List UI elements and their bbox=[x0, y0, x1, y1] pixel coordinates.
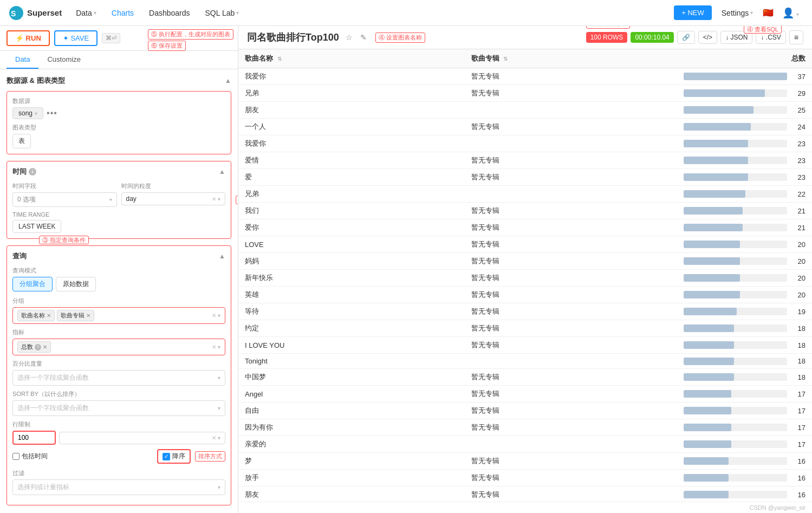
cell-song: 约定 bbox=[238, 320, 465, 337]
cell-song: 一个人 bbox=[238, 119, 465, 135]
datasource-row: song ▾ ••• bbox=[12, 107, 225, 119]
nav-dashboards[interactable]: Dashboards bbox=[144, 7, 196, 20]
table-row: 兄弟 暂无专辑 29 bbox=[238, 85, 812, 102]
percent-select[interactable]: 选择一个字段或聚合函数 ▾ bbox=[12, 370, 225, 386]
col-total-header[interactable]: 总数 bbox=[677, 49, 812, 68]
percent-field: 百分比度量 选择一个字段或聚合函数 ▾ bbox=[12, 360, 225, 386]
sortby-field: SORT BY（以什么排序） 选择一个字段或聚合函数 ▾ bbox=[12, 390, 225, 416]
cell-album: 暂无专辑 bbox=[465, 402, 678, 419]
cell-song: 我爱你 bbox=[238, 68, 465, 85]
run-button[interactable]: ⚡ RUN bbox=[7, 30, 50, 46]
nav-data[interactable]: Data ▾ bbox=[70, 7, 102, 20]
metric-close[interactable]: ✕ bbox=[43, 344, 47, 350]
logo[interactable]: S Superset bbox=[9, 5, 62, 21]
metrics-arrow[interactable]: ▾ bbox=[218, 344, 220, 350]
sortby-select[interactable]: 选择一个字段或聚合函数 ▾ bbox=[12, 400, 225, 416]
rowlimit-input[interactable] bbox=[12, 431, 56, 445]
cell-album: 暂无专辑 bbox=[465, 470, 678, 486]
rowlimit-select[interactable]: ✕ ▾ bbox=[59, 432, 225, 444]
cell-album: 暂无专辑 bbox=[465, 203, 678, 219]
language-flag[interactable]: 🇨🇳 bbox=[763, 8, 774, 18]
main-layout: ⚡ RUN ✦ SAVE ⌘⏎ ⑤ 执行配置，生成对应的图表 ⑥ 保存设置 Da… bbox=[0, 26, 812, 513]
table-row: Angel 暂无专辑 17 bbox=[238, 386, 812, 402]
time-granularity-col: 时间的粒度 day ✕ ▾ bbox=[121, 182, 226, 207]
groupby-input[interactable]: 歌曲名称 ✕ 歌曲专辑 ✕ ✕ ▾ bbox=[12, 307, 225, 324]
cell-album: 暂无专辑 bbox=[465, 270, 678, 287]
top-nav: S Superset Data ▾ Charts Dashboards SQL … bbox=[0, 0, 812, 26]
cell-total: 16 bbox=[677, 470, 812, 486]
favorite-button[interactable]: ☆ bbox=[343, 32, 355, 43]
table-row: 兄弟 22 bbox=[238, 186, 812, 203]
mode-raw-button[interactable]: 原始数据 bbox=[56, 277, 96, 291]
cell-total: 17 bbox=[677, 386, 812, 402]
col-song-header[interactable]: 歌曲名称 ⇅ bbox=[238, 49, 465, 68]
cell-song: 朋友 bbox=[238, 102, 465, 119]
desc-checkbox-container[interactable]: ✓ 降序 bbox=[157, 449, 191, 464]
table-row: 亲爱的 17 bbox=[238, 436, 812, 453]
datasource-arrow: ▾ bbox=[35, 111, 37, 116]
left-panel: ⚡ RUN ✦ SAVE ⌘⏎ ⑤ 执行配置，生成对应的图表 ⑥ 保存设置 Da… bbox=[0, 26, 238, 513]
table-row: I LOVE YOU 暂无专辑 18 bbox=[238, 337, 812, 354]
tab-data[interactable]: Data bbox=[7, 51, 38, 69]
nav-charts[interactable]: Charts bbox=[106, 7, 139, 20]
groupby-field: 分组 歌曲名称 ✕ 歌曲专辑 ✕ ✕ bbox=[12, 297, 225, 324]
mode-grouped-button[interactable]: 分组聚合 bbox=[12, 277, 53, 291]
granularity-clear[interactable]: ✕ bbox=[212, 196, 216, 202]
cell-album: 暂无专辑 bbox=[465, 119, 678, 135]
edit-title-button[interactable]: ✎ bbox=[358, 32, 369, 43]
tag-song-close[interactable]: ✕ bbox=[47, 313, 51, 319]
cell-album: 暂无专辑 bbox=[465, 369, 678, 386]
groupby-clear[interactable]: ✕ bbox=[212, 313, 216, 319]
chart-type-button[interactable]: 表 bbox=[12, 134, 31, 148]
cell-total: 16 bbox=[677, 453, 812, 470]
cell-song: LOVE bbox=[238, 236, 465, 253]
annotation-3-container: ③ 指定查询条件 bbox=[39, 236, 89, 244]
metrics-field: 指标 总数 ? ✕ ✕ ▾ bbox=[12, 328, 225, 355]
rowlimit-arrow[interactable]: ▾ bbox=[218, 435, 220, 441]
cell-album bbox=[465, 354, 678, 369]
tag-song-name: 歌曲名称 ✕ bbox=[17, 310, 55, 321]
col-album-sort[interactable]: ⇅ bbox=[503, 56, 508, 62]
cell-album: 暂无专辑 bbox=[465, 152, 678, 169]
cell-song: 新年快乐 bbox=[238, 270, 465, 287]
cell-total: 37 bbox=[677, 68, 812, 85]
code-button[interactable]: </> bbox=[698, 31, 717, 44]
cell-album: 暂无专辑 bbox=[465, 287, 678, 303]
col-album-header[interactable]: 歌曲专辑 ⇅ bbox=[465, 49, 678, 68]
metric-info[interactable]: ? bbox=[35, 344, 41, 350]
annotation-sql: ④ 查看SQL bbox=[744, 26, 782, 34]
collapse-query[interactable]: ▲ bbox=[219, 252, 225, 260]
rowlimit-clear[interactable]: ✕ bbox=[212, 435, 216, 441]
cell-album: 暂无专辑 bbox=[465, 337, 678, 354]
filter-select[interactable]: 选择列或计量指标 ▾ bbox=[12, 479, 225, 495]
settings-menu[interactable]: Settings ▾ bbox=[716, 7, 759, 20]
menu-button[interactable]: ≡ bbox=[789, 30, 803, 44]
collapse-datasource[interactable]: ▲ bbox=[225, 77, 231, 85]
col-song-sort[interactable]: ⇅ bbox=[277, 56, 282, 62]
link-button[interactable]: 🔗 bbox=[677, 31, 695, 44]
cell-total: 19 bbox=[677, 303, 812, 320]
time-field-select[interactable]: 0 选项 ▾ bbox=[12, 192, 117, 207]
cell-album: 暂无专辑 bbox=[465, 253, 678, 270]
save-button[interactable]: ✦ SAVE bbox=[54, 30, 98, 46]
cell-song: 兄弟 bbox=[238, 85, 465, 102]
time-granularity-select[interactable]: day ✕ ▾ bbox=[121, 192, 226, 205]
tag-album-close[interactable]: ✕ bbox=[86, 313, 90, 319]
time-range-button[interactable]: LAST WEEK bbox=[12, 220, 61, 233]
annotation-sql-container: ④ 查看SQL bbox=[744, 26, 782, 34]
nav-sqllab[interactable]: SQL Lab ▾ bbox=[200, 7, 245, 20]
user-menu[interactable]: 👤 ▾ bbox=[778, 5, 803, 21]
time-info-icon[interactable]: i bbox=[29, 168, 36, 176]
cell-song: I LOVE YOU bbox=[238, 337, 465, 354]
metrics-clear[interactable]: ✕ bbox=[212, 344, 216, 350]
collapse-time[interactable]: ▲ bbox=[219, 168, 225, 176]
include-time-checkbox[interactable] bbox=[12, 453, 20, 460]
cell-album: 暂无专辑 bbox=[465, 386, 678, 402]
metrics-input[interactable]: 总数 ? ✕ ✕ ▾ bbox=[12, 339, 225, 355]
new-button[interactable]: + NEW bbox=[674, 5, 712, 20]
datasource-chip[interactable]: song ▾ bbox=[12, 107, 43, 119]
groupby-arrow[interactable]: ▾ bbox=[218, 313, 220, 319]
tab-customize[interactable]: Customize bbox=[38, 51, 89, 69]
datasource-more[interactable]: ••• bbox=[47, 108, 57, 118]
cell-total: 18 bbox=[677, 320, 812, 337]
